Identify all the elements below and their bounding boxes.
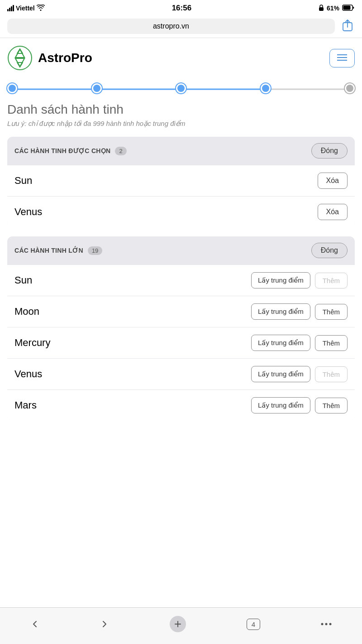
table-row: Venus Lấy trung điểm Thêm (7, 358, 355, 389)
large-section-title: CÁC HÀNH TINH LỚN (14, 247, 83, 254)
large-header-left: CÁC HÀNH TINH LỚN 19 (14, 246, 102, 255)
app-name: AstroPro (38, 51, 92, 65)
app-header-left: AstroPro (7, 45, 92, 71)
status-right: 61% (319, 4, 355, 13)
menu-button[interactable] (329, 49, 355, 67)
large-close-button[interactable]: Đóng (311, 243, 348, 258)
selected-planet-actions-sun: Xóa (318, 173, 348, 189)
selected-planets-card: CÁC HÀNH TINH ĐƯỢC CHỌN 2 Đóng Sun Xóa V… (7, 137, 355, 227)
large-planet-actions-moon: Lấy trung điểm Thêm (251, 303, 348, 320)
bottom-nav: 4 (0, 607, 362, 644)
large-planet-name-sun: Sun (14, 274, 32, 286)
add-venus-button[interactable]: Thêm (315, 366, 348, 382)
selected-section-title: CÁC HÀNH TINH ĐƯỢC CHỌN (14, 147, 110, 154)
selected-planet-name-sun: Sun (14, 175, 32, 187)
remove-sun-button[interactable]: Xóa (318, 173, 348, 189)
svg-rect-2 (343, 5, 351, 10)
forward-button[interactable] (91, 617, 118, 631)
share-button[interactable] (340, 17, 355, 35)
app-logo (7, 45, 33, 71)
back-button[interactable] (21, 617, 48, 631)
status-time: 16:56 (172, 4, 191, 13)
large-planet-name-venus: Venus (14, 368, 42, 380)
table-row: Venus Xóa (7, 196, 355, 227)
address-bar (0, 14, 362, 38)
add-moon-button[interactable]: Thêm (315, 304, 348, 320)
page-title: Danh sách hành tinh (7, 102, 355, 117)
large-section-badge: 19 (88, 246, 102, 255)
status-bar: Viettel 16:56 61% (0, 0, 362, 14)
add-mars-button[interactable]: Thêm (315, 398, 348, 413)
large-planet-actions-venus: Lấy trung điểm Thêm (251, 366, 348, 382)
wifi-icon (37, 5, 45, 12)
tab-switcher-button[interactable]: 4 (238, 616, 269, 633)
battery-percent: 61% (327, 5, 339, 12)
midpoint-moon-button[interactable]: Lấy trung điểm (251, 303, 310, 320)
svg-rect-0 (319, 7, 324, 11)
svg-point-15 (329, 623, 331, 625)
selected-header-left: CÁC HÀNH TINH ĐƯỢC CHỌN 2 (14, 147, 127, 155)
lock-icon (319, 4, 324, 13)
more-options-button[interactable] (312, 620, 341, 628)
selected-planet-name-venus: Venus (14, 206, 42, 218)
large-planets-header: CÁC HÀNH TINH LỚN 19 Đóng (7, 236, 355, 264)
signal-icon (7, 5, 14, 11)
stepper-dot-5 (345, 83, 355, 93)
selected-planet-actions-venus: Xóa (318, 204, 348, 220)
page-subtitle: Lưu ý: chỉ được nhập tối đa 999 hành tin… (7, 120, 355, 128)
large-planet-name-moon: Moon (14, 306, 39, 317)
large-planets-card: CÁC HÀNH TINH LỚN 19 Đóng Sun Lấy trung … (7, 236, 355, 421)
selected-section-badge: 2 (115, 147, 126, 155)
svg-point-13 (321, 623, 323, 625)
large-planet-name-mars: Mars (14, 399, 37, 411)
table-row: Mercury Lấy trung điểm Thêm (7, 327, 355, 358)
large-planet-actions-mars: Lấy trung điểm Thêm (251, 397, 348, 413)
selected-close-button[interactable]: Đóng (311, 143, 348, 159)
midpoint-mars-button[interactable]: Lấy trung điểm (251, 397, 310, 413)
status-left: Viettel (7, 5, 45, 12)
table-row: Mars Lấy trung điểm Thêm (7, 389, 355, 421)
large-planet-actions-sun: Lấy trung điểm Thêm (251, 272, 348, 288)
stepper-dot-3 (176, 83, 186, 93)
table-row: Sun Lấy trung điểm Thêm (7, 264, 355, 296)
stepper-dot-2 (92, 83, 102, 93)
new-tab-button[interactable] (161, 613, 195, 635)
carrier-label: Viettel (16, 5, 35, 12)
add-mercury-button[interactable]: Thêm (315, 335, 348, 351)
large-planet-name-mercury: Mercury (14, 337, 50, 349)
battery-icon (342, 5, 355, 12)
remove-venus-button[interactable]: Xóa (318, 204, 348, 220)
large-planet-actions-mercury: Lấy trung điểm Thêm (251, 335, 348, 351)
table-row: Sun Xóa (7, 165, 355, 196)
add-sun-button[interactable]: Thêm (315, 273, 348, 288)
midpoint-venus-button[interactable]: Lấy trung điểm (251, 366, 310, 382)
address-input[interactable] (7, 19, 335, 34)
midpoint-mercury-button[interactable]: Lấy trung điểm (251, 335, 310, 351)
stepper-dot-1 (7, 83, 17, 93)
page-content: AstroPro Danh sách hành tinh Lưu ý: chỉ (0, 38, 362, 421)
selected-planets-header: CÁC HÀNH TINH ĐƯỢC CHỌN 2 Đóng (7, 137, 355, 165)
app-header: AstroPro (7, 38, 355, 76)
table-row: Moon Lấy trung điểm Thêm (7, 296, 355, 327)
tab-count: 4 (247, 619, 260, 630)
stepper-dot-4 (261, 83, 271, 93)
svg-point-14 (325, 623, 327, 625)
progress-stepper (7, 76, 355, 102)
stepper-dots (7, 83, 355, 93)
midpoint-sun-button[interactable]: Lấy trung điểm (251, 272, 310, 288)
